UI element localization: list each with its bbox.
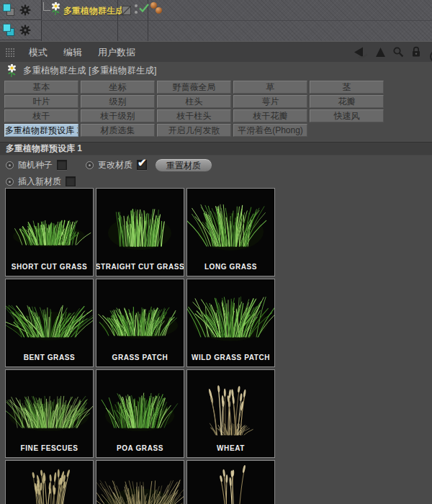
tab-row-1: 基本坐标野蔷薇全局草茎 <box>0 81 432 94</box>
tab-r3-c5[interactable]: 快速风 <box>310 109 384 122</box>
preset-tile-5[interactable]: GRASS PATCH <box>96 279 184 367</box>
animation-dot-icon[interactable] <box>86 161 94 169</box>
tab-r4-c2[interactable]: 材质选集 <box>81 124 155 137</box>
grass-thumbnail <box>187 461 274 504</box>
attribute-title-row: 多重植物群生成 [多重植物群生成] <box>0 61 432 80</box>
object-row-icons-1[interactable] <box>0 0 41 20</box>
preset-tile-6[interactable]: WILD GRASS PATCH <box>186 279 275 367</box>
grass-thumbnail <box>6 189 93 257</box>
gear-icon[interactable] <box>19 4 31 16</box>
layer-squares-icon <box>2 22 17 38</box>
preset-tile-2[interactable]: STRAIGHT CUT GRASS <box>96 188 184 276</box>
section-header[interactable]: 多重植物群预设库 1 <box>0 142 432 156</box>
animation-dot-icon[interactable] <box>6 161 14 169</box>
control-insert-material: 插入新材质 <box>6 176 76 188</box>
grass-thumbnail <box>6 370 93 438</box>
preset-label: BENT GRASS <box>6 348 93 366</box>
preset-tile-12[interactable] <box>186 460 275 504</box>
tab-r1-c3[interactable]: 野蔷薇全局 <box>157 81 231 94</box>
tab-r2-c4[interactable]: 萼片 <box>233 95 307 108</box>
tab-r1-c4[interactable]: 草 <box>233 81 307 94</box>
tab-r4-c4[interactable]: 平滑着色(Phong) <box>233 124 307 137</box>
menu-mode[interactable]: 模式 <box>21 42 55 62</box>
daisy-flower-icon <box>6 64 18 78</box>
tab-r3-c3[interactable]: 枝干柱头 <box>157 109 231 122</box>
controls-row-2: 插入新材质 <box>6 175 76 188</box>
daisy-flower-icon <box>50 2 62 16</box>
controls-row-1: 随机种子 更改材质 <box>6 158 147 171</box>
preset-label: WHEAT <box>187 438 274 457</box>
preset-tile-3[interactable]: LONG GRASS <box>186 188 275 276</box>
preset-tile-8[interactable]: POA GRASS <box>96 369 184 458</box>
grass-thumbnail <box>96 279 184 348</box>
palette-handle-icon[interactable] <box>5 48 14 57</box>
tab-r3-c2[interactable]: 枝干级别 <box>81 109 155 122</box>
preset-tile-9[interactable]: WHEAT <box>186 369 275 458</box>
grass-thumbnail <box>187 279 274 348</box>
tab-r2-c5[interactable]: 花瓣 <box>310 95 384 108</box>
tab-row-2: 叶片级别柱头萼片花瓣 <box>0 95 432 108</box>
search-icon[interactable] <box>392 46 404 58</box>
grass-thumbnail <box>96 461 184 504</box>
tab-r1-c5[interactable]: 茎 <box>310 81 384 94</box>
control-change-material: 更改材质 <box>86 159 147 171</box>
attribute-manager-menubar: 模式 编辑 用户数据 <box>0 41 432 62</box>
tab-r4-c1[interactable]: 多重植物群预设库 1 <box>4 124 78 137</box>
history-back-icon[interactable] <box>351 46 369 58</box>
material-tag-icon[interactable] <box>156 7 162 14</box>
insert-new-material-checkbox[interactable] <box>66 176 76 186</box>
texture-off-icon[interactable] <box>122 6 131 15</box>
preset-label: SHORT CUT GRASS <box>6 257 93 276</box>
tab-r3-c1[interactable]: 枝干 <box>4 109 78 122</box>
attribute-tabs: 基本坐标野蔷薇全局草茎叶片级别柱头萼片花瓣枝干枝干级别枝干柱头枝干花瓣快速风多重… <box>0 81 432 138</box>
preset-grid: SHORT CUT GRASSSTRAIGHT CUT GRASSLONG GR… <box>5 188 275 504</box>
preset-label: POA GRASS <box>96 438 184 457</box>
control-label: 更改材质 <box>98 159 132 171</box>
preset-tile-11[interactable] <box>96 460 184 504</box>
preset-label: LONG GRASS <box>187 257 274 276</box>
random-seed-checkbox[interactable] <box>57 160 67 170</box>
animation-dot-icon[interactable] <box>6 178 14 186</box>
preset-tile-10[interactable] <box>5 460 94 504</box>
layer-squares-icon <box>2 2 17 18</box>
attribute-object-title: 多重植物群生成 [多重植物群生成] <box>23 65 156 77</box>
tab-r2-c1[interactable]: 叶片 <box>4 95 78 108</box>
control-label: 插入新材质 <box>18 176 61 188</box>
grass-thumbnail <box>96 370 184 438</box>
tab-r2-c3[interactable]: 柱头 <box>157 95 231 108</box>
enabled-check-icon[interactable] <box>139 4 149 13</box>
object-manager-panel: 多重植物群生成 <box>0 0 432 42</box>
change-material-checkbox[interactable] <box>137 160 147 170</box>
material-tag-icons[interactable] <box>150 2 165 17</box>
control-random-seed: 随机种子 <box>6 159 67 171</box>
reset-material-button[interactable]: 重置材质 <box>155 158 212 172</box>
preset-label: STRAIGHT CUT GRASS <box>96 257 184 276</box>
tab-r2-c2[interactable]: 级别 <box>81 95 155 108</box>
preset-tile-4[interactable]: BENT GRASS <box>5 279 94 367</box>
tab-r1-c2[interactable]: 坐标 <box>81 81 155 94</box>
menu-edit[interactable]: 编辑 <box>55 42 90 62</box>
preset-tile-7[interactable]: FINE FESCUES <box>5 369 94 458</box>
preset-label: WILD GRASS PATCH <box>187 348 274 366</box>
grass-thumbnail <box>187 370 274 438</box>
tab-r4-c3[interactable]: 开启几何发散 <box>157 124 231 137</box>
visibility-dots[interactable] <box>134 4 138 17</box>
menu-userdata[interactable]: 用户数据 <box>90 42 143 62</box>
control-label: 随机种子 <box>18 159 53 171</box>
object-manager-icon-column <box>0 0 42 41</box>
preset-tile-1[interactable]: SHORT CUT GRASS <box>5 188 94 276</box>
preset-label: FINE FESCUES <box>6 438 93 457</box>
grass-thumbnail <box>6 279 93 348</box>
tab-r3-c4[interactable]: 枝干花瓣 <box>233 109 307 122</box>
tab-row-4: 多重植物群预设库 1材质选集开启几何发散平滑着色(Phong) <box>0 124 432 137</box>
up-arrow-icon[interactable] <box>375 47 386 58</box>
object-name[interactable]: 多重植物群生成 <box>63 5 124 17</box>
tab-r1-c1[interactable]: 基本 <box>4 81 78 94</box>
tab-row-3: 枝干枝干级别枝干柱头枝干花瓣快速风 <box>0 109 432 122</box>
lock-icon[interactable] <box>410 46 422 58</box>
grass-thumbnail <box>187 189 274 257</box>
object-row-icons-2[interactable] <box>0 20 41 40</box>
preset-label: GRASS PATCH <box>96 348 184 366</box>
grass-thumbnail <box>6 461 93 504</box>
gear-icon[interactable] <box>19 24 31 36</box>
